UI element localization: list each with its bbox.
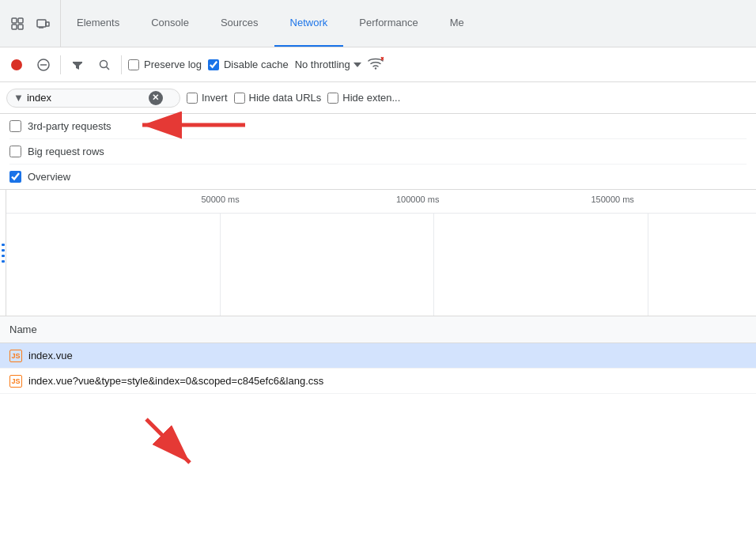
timeline-vline-2 bbox=[433, 214, 434, 316]
tab-elements[interactable]: Elements bbox=[61, 0, 135, 47]
clear-button[interactable] bbox=[33, 55, 54, 75]
table-row[interactable]: JS index.vue?vue&type=style&index=0&scop… bbox=[0, 369, 756, 394]
invert-checkbox[interactable] bbox=[187, 93, 198, 104]
hide-data-urls-option[interactable]: Hide data URLs bbox=[234, 92, 322, 104]
option-3rd-party[interactable]: 3rd-party requests bbox=[9, 114, 747, 139]
tab-performance[interactable]: Performance bbox=[343, 0, 433, 47]
separator-1 bbox=[60, 55, 61, 74]
hide-extensions-checkbox[interactable] bbox=[327, 93, 338, 104]
table-row[interactable]: JS index.vue bbox=[0, 343, 756, 369]
svg-point-12 bbox=[375, 67, 376, 69]
option-big-rows-checkbox[interactable] bbox=[9, 146, 21, 157]
tab-sources[interactable]: Sources bbox=[205, 0, 274, 47]
tab-more[interactable]: Me bbox=[434, 0, 480, 47]
svg-point-7 bbox=[11, 59, 22, 70]
timeline-vline-3 bbox=[648, 214, 648, 316]
record-button[interactable] bbox=[6, 55, 27, 75]
svg-rect-5 bbox=[46, 22, 49, 26]
separator-2 bbox=[121, 55, 122, 74]
timeline-tick-150k: 150000 ms bbox=[591, 190, 633, 204]
tab-console[interactable]: Console bbox=[135, 0, 205, 47]
svg-rect-2 bbox=[12, 25, 17, 29]
timeline-area: 50000 ms 100000 ms 150000 ms bbox=[0, 190, 756, 316]
file-type-icon: JS bbox=[9, 375, 22, 388]
timeline-line bbox=[2, 244, 5, 246]
row-name-2: index.vue?vue&type=style&index=0&scoped=… bbox=[28, 375, 323, 387]
filter-icon: ▼ bbox=[13, 92, 24, 104]
devtools-panel: Elements Console Sources Network Perform… bbox=[0, 0, 756, 560]
hide-extensions-option[interactable]: Hide exten... bbox=[327, 92, 400, 104]
preserve-log-label[interactable]: Preserve log bbox=[128, 59, 202, 70]
timeline-line bbox=[2, 255, 5, 257]
cursor-icon[interactable] bbox=[6, 13, 28, 35]
clear-filter-button[interactable]: ✕ bbox=[149, 91, 163, 105]
timeline-tick-50k: 50000 ms bbox=[201, 190, 239, 204]
devtools-icon-group bbox=[0, 0, 61, 47]
table-header: Name bbox=[0, 316, 756, 343]
option-big-rows[interactable]: Big request rows bbox=[9, 139, 747, 165]
arrow-to-second-row bbox=[146, 419, 190, 463]
timeline-vline-1 bbox=[220, 214, 221, 316]
timeline-line bbox=[2, 249, 5, 252]
hide-data-urls-checkbox[interactable] bbox=[234, 93, 245, 104]
timeline-tick-100k: 100000 ms bbox=[396, 190, 439, 204]
filter-input[interactable] bbox=[27, 92, 146, 104]
disable-cache-label[interactable]: Disable cache bbox=[208, 59, 289, 70]
svg-rect-3 bbox=[18, 25, 23, 29]
preserve-log-checkbox[interactable] bbox=[128, 59, 139, 70]
option-3rd-party-checkbox[interactable] bbox=[9, 120, 21, 132]
throttle-select[interactable]: No throttling bbox=[295, 59, 361, 70]
file-type-icon: JS bbox=[9, 350, 22, 362]
responsive-icon[interactable] bbox=[32, 13, 54, 35]
timeline-line bbox=[2, 260, 5, 263]
column-name-header: Name bbox=[9, 324, 37, 335]
timeline-left-panel bbox=[0, 190, 6, 316]
timeline-grid[interactable]: 50000 ms 100000 ms 150000 ms bbox=[6, 190, 756, 316]
svg-point-10 bbox=[100, 60, 108, 67]
timeline-lines bbox=[2, 244, 5, 263]
row-name-1: index.vue bbox=[28, 350, 73, 361]
tab-network[interactable]: Network bbox=[274, 0, 344, 47]
option-overview-checkbox[interactable] bbox=[9, 171, 21, 183]
svg-rect-1 bbox=[18, 18, 23, 23]
svg-rect-0 bbox=[12, 18, 17, 23]
requests-table: Name JS index.vue JS index.vue?vue&type=… bbox=[0, 316, 756, 394]
options-row: 3rd-party requests Big request rows Over… bbox=[0, 114, 756, 190]
filter-bar: ▼ ✕ Invert Hide data URLs Hide exten... bbox=[0, 82, 756, 114]
toolbar: Preserve log Disable cache No throttling bbox=[0, 47, 756, 82]
filter-button[interactable] bbox=[67, 55, 88, 75]
search-button[interactable] bbox=[94, 55, 115, 75]
option-overview[interactable]: Overview bbox=[9, 165, 747, 189]
svg-rect-4 bbox=[37, 20, 46, 27]
svg-line-11 bbox=[107, 66, 110, 70]
invert-option[interactable]: Invert bbox=[187, 92, 228, 104]
timeline-header: 50000 ms 100000 ms 150000 ms bbox=[6, 190, 756, 214]
disable-cache-checkbox[interactable] bbox=[208, 59, 219, 70]
tab-bar: Elements Console Sources Network Perform… bbox=[0, 0, 756, 47]
wifi-icon bbox=[368, 57, 384, 73]
filter-input-wrap[interactable]: ▼ ✕ bbox=[6, 89, 180, 108]
